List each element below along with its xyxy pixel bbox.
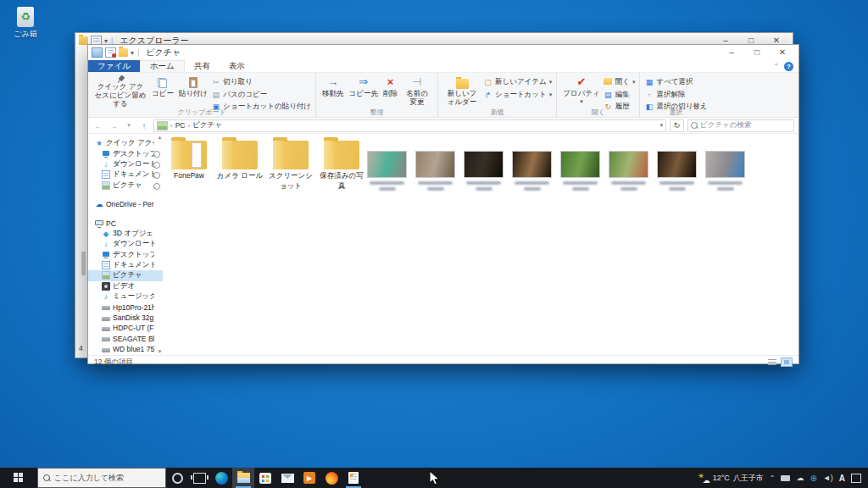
sidebar-item-drive[interactable]: SanDisk 32g (D:) <box>88 313 163 323</box>
sidebar-item-document[interactable]: ドキュメント <box>88 169 163 180</box>
cortana-button[interactable] <box>166 468 188 488</box>
tab-share[interactable]: 共有 <box>185 60 220 72</box>
breadcrumb-pc[interactable]: PC <box>175 121 186 130</box>
volume-icon[interactable]: ◄) <box>823 474 833 482</box>
delete-button[interactable]: × 削除 <box>381 75 399 108</box>
ime-indicator[interactable]: A <box>839 474 845 483</box>
sidebar-item-label: ピクチャ <box>113 270 154 280</box>
tab-view[interactable]: 表示 <box>220 60 254 72</box>
hidden-icons-chevron[interactable]: ⌃ <box>770 474 776 482</box>
network-globe-icon[interactable]: ⊕ <box>810 474 816 483</box>
taskbar-app-movies[interactable]: ▶ <box>298 468 320 488</box>
address-bar[interactable]: › PC › ピクチャ ▾ <box>153 119 666 132</box>
folder-icon <box>222 141 258 169</box>
edit-button[interactable]: ▤ 編集 <box>604 90 636 100</box>
copy-path-button[interactable]: ▤ パスのコピー <box>211 90 311 100</box>
weather-widget[interactable]: ☀☁ 12°C 八王子市 <box>698 473 764 484</box>
recycle-bin[interactable]: ♻ ごみ箱 <box>7 7 44 40</box>
breadcrumb-current[interactable]: ピクチャ <box>192 120 222 130</box>
taskbar-search-input[interactable]: ここに入力して検索 <box>37 468 166 488</box>
image-file-item[interactable] <box>415 151 455 191</box>
tab-file[interactable]: ファイル <box>88 60 140 72</box>
minimize-button[interactable]: – <box>719 46 744 60</box>
select-none-button[interactable]: ▫ 選択解除 <box>644 90 707 100</box>
up-button[interactable]: ↑ <box>138 121 150 130</box>
image-thumbnail <box>512 151 552 178</box>
shortcut-button[interactable]: ↱ ショートカット▾ <box>483 90 552 100</box>
folder-item[interactable]: スクリーンショット <box>266 137 315 191</box>
paste-icon <box>189 77 198 88</box>
maximize-button[interactable]: □ <box>744 46 770 60</box>
image-file-item[interactable] <box>609 151 648 191</box>
rename-button[interactable]: ⊣ 名前の変更 <box>401 75 433 108</box>
folder-icon <box>119 48 128 57</box>
device-tray-icon[interactable] <box>781 475 790 481</box>
sidebar-item-objects3d[interactable]: ◆3D オブジェクト <box>88 229 163 239</box>
tab-home[interactable]: ホーム <box>140 60 185 72</box>
forward-button[interactable]: → <box>108 121 120 130</box>
select-all-button[interactable]: ▦ すべて選択 <box>644 77 707 87</box>
new-item-button[interactable]: ▢ 新しいアイテム▾ <box>483 77 552 87</box>
refresh-button[interactable]: ↻ <box>670 119 684 132</box>
image-file-item[interactable] <box>367 151 407 191</box>
image-file-item[interactable] <box>560 151 600 191</box>
sidebar-item-label: ピクチャ <box>113 180 154 191</box>
group-label-new: 新規 <box>438 108 556 117</box>
address-dropdown-icon[interactable]: ▾ <box>659 122 663 129</box>
sidebar-item-drive[interactable]: WD blue1 750gb <box>88 344 163 354</box>
chevron-down-icon[interactable]: ▾ <box>131 49 134 57</box>
close-button[interactable]: ✕ <box>770 46 795 60</box>
sidebar-item-pc[interactable]: PC <box>88 218 163 228</box>
taskbar-app-editor[interactable] <box>342 468 364 488</box>
taskbar-app-mail[interactable] <box>276 468 298 488</box>
image-file-item[interactable] <box>464 151 504 191</box>
taskbar-app-store[interactable] <box>254 468 276 488</box>
taskbar-app-explorer[interactable] <box>232 468 254 488</box>
help-button[interactable]: ? <box>784 62 793 71</box>
collapse-ribbon-icon[interactable]: ⌃ <box>773 63 779 70</box>
sidebar-item-label: SanDisk 32g (D:) <box>113 313 154 322</box>
sidebar-item-pictures[interactable]: ピクチャ <box>88 270 163 280</box>
sidebar-item-cloud[interactable]: ☁OneDrive - Person <box>88 199 163 209</box>
paste-button[interactable]: 貼り付け <box>177 75 209 108</box>
new-folder-button[interactable]: 新しいフォルダー <box>442 75 481 108</box>
search-input[interactable]: ピクチャの検索 <box>687 119 794 132</box>
taskbar-app-edge[interactable] <box>210 468 232 488</box>
sidebar-item-download[interactable]: ↓ダウンロード <box>88 239 163 249</box>
back-button[interactable]: ← <box>92 121 104 130</box>
folder-item[interactable]: FonePaw <box>164 137 214 180</box>
sidebar-item-drive[interactable]: Hp10Pro-21h1-J <box>88 302 163 312</box>
onedrive-icon[interactable]: ☁ <box>796 474 804 482</box>
recent-locations-icon[interactable]: ▾ <box>123 122 135 129</box>
sidebar-item-document[interactable]: ドキュメント <box>88 260 163 270</box>
scrollbar-thumb[interactable] <box>81 252 86 275</box>
copy-to-button[interactable]: ⇒ コピー先 <box>348 75 380 108</box>
image-file-item[interactable] <box>705 151 745 191</box>
action-center-icon[interactable] <box>851 474 861 483</box>
sidebar-item-pictures[interactable]: ピクチャ <box>88 180 163 191</box>
sidebar-item-desktop[interactable]: デスクトップ <box>88 148 163 158</box>
pin-to-quick-access-button[interactable]: クイック アクセスにピン留めする <box>92 75 148 108</box>
sidebar-item-drive[interactable]: HDPC-UT (F:) <box>88 323 163 333</box>
sidebar-item-star[interactable]: ★クイック アクセス <box>88 138 163 148</box>
sidebar-item-video[interactable]: ビデオ <box>88 281 163 291</box>
copy-button[interactable]: コピー <box>150 75 175 108</box>
folder-item[interactable]: 保存済みの写真 <box>317 137 366 191</box>
open-button[interactable]: 開く▾ <box>604 77 636 87</box>
properties-button[interactable]: ✔ プロパティ▾ <box>561 75 602 108</box>
sidebar-item-download[interactable]: ↓ダウンロード <box>88 159 163 169</box>
start-button[interactable] <box>0 468 37 488</box>
large-icons-view-button[interactable] <box>781 358 793 367</box>
sidebar-item-music[interactable]: ♪ミュージック <box>88 291 163 302</box>
image-file-item[interactable] <box>657 151 697 191</box>
cut-button[interactable]: ✂ 切り取り <box>211 77 311 87</box>
sidebar-item-desktop[interactable]: デスクトップ <box>88 250 163 260</box>
move-to-button[interactable]: → 移動先 <box>320 75 346 108</box>
task-view-button[interactable] <box>188 468 210 488</box>
details-view-button[interactable] <box>766 358 778 367</box>
sidebar-item-drive[interactable]: SEAGATE Black 1 <box>88 334 163 344</box>
folder-item[interactable]: カメラ ロール <box>215 137 264 181</box>
image-file-item[interactable] <box>512 151 552 191</box>
taskbar-app-firefox[interactable] <box>320 468 342 488</box>
file-list-area[interactable]: FonePawカメラ ロールスクリーンショット保存済みの写真 <box>163 134 798 355</box>
